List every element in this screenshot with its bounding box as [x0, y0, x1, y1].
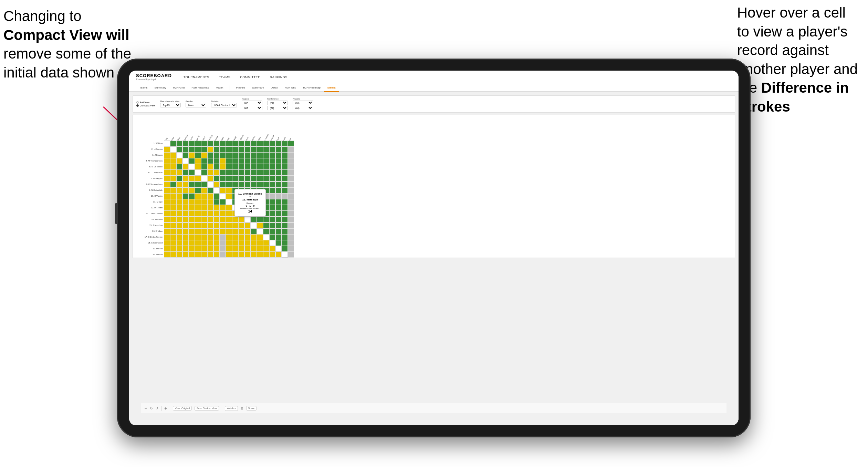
tab-teams[interactable]: Teams: [136, 84, 151, 92]
zoom-icon[interactable]: ⊕: [164, 407, 167, 410]
matrix-cell-9-8[interactable]: [213, 193, 220, 199]
matrix-cell-13-18[interactable]: [275, 217, 282, 222]
matrix-cell-13-5[interactable]: [195, 217, 201, 222]
matrix-cell-7-13[interactable]: [244, 181, 251, 187]
matrix-cell-0-20[interactable]: [288, 141, 294, 146]
tab-h2h-heatmap-1[interactable]: H2H Heatmap: [188, 84, 212, 92]
matrix-cell-3-17[interactable]: [269, 158, 275, 164]
matrix-cell-16-20[interactable]: [288, 234, 294, 240]
matrix-cell-3-18[interactable]: [275, 158, 282, 164]
matrix-cell-15-0[interactable]: [164, 228, 170, 234]
matrix-cell-11-0[interactable]: [164, 205, 170, 211]
matrix-cell-19-16[interactable]: [263, 252, 269, 258]
matrix-cell-10-20[interactable]: [288, 199, 294, 205]
matrix-cell-4-12[interactable]: [238, 164, 244, 170]
matrix-cell-2-3[interactable]: [182, 152, 189, 158]
matrix-cell-19-6[interactable]: [201, 252, 207, 258]
matrix-cell-18-6[interactable]: [201, 246, 207, 252]
matrix-cell-10-4[interactable]: [189, 199, 195, 205]
matrix-cell-9-20[interactable]: [288, 193, 294, 199]
matrix-cell-18-15[interactable]: [257, 246, 263, 252]
matrix-cell-0-2[interactable]: [176, 141, 182, 146]
redo-icon[interactable]: ↻: [150, 407, 153, 410]
matrix-cell-10-0[interactable]: [164, 199, 170, 205]
matrix-cell-5-16[interactable]: [263, 170, 269, 176]
matrix-cell-14-6[interactable]: [201, 222, 207, 228]
matrix-cell-0-9[interactable]: [220, 141, 226, 146]
matrix-cell-19-20[interactable]: [288, 252, 294, 258]
matrix-cell-2-14[interactable]: [251, 152, 257, 158]
matrix-cell-0-12[interactable]: [238, 141, 244, 146]
matrix-cell-10-10[interactable]: [226, 199, 232, 205]
matrix-cell-7-12[interactable]: [238, 181, 244, 187]
matrix-cell-0-0[interactable]: [164, 141, 170, 146]
matrix-cell-0-11[interactable]: [232, 141, 238, 146]
matrix-cell-1-11[interactable]: [232, 146, 238, 152]
matrix-cell-19-12[interactable]: [238, 252, 244, 258]
matrix-cell-6-19[interactable]: [282, 176, 288, 181]
matrix-cell-4-9[interactable]: [220, 164, 226, 170]
matrix-cell-19-7[interactable]: [207, 252, 213, 258]
matrix-cell-19-0[interactable]: [164, 252, 170, 258]
matrix-cell-13-8[interactable]: [213, 217, 220, 222]
matrix-cell-3-16[interactable]: [263, 158, 269, 164]
matrix-cell-17-16[interactable]: [263, 240, 269, 246]
matrix-cell-2-11[interactable]: [232, 152, 238, 158]
matrix-cell-1-2[interactable]: [176, 146, 182, 152]
matrix-cell-6-0[interactable]: [164, 176, 170, 181]
tab-matrix-2[interactable]: Matrix: [324, 84, 339, 92]
matrix-cell-18-0[interactable]: [164, 246, 170, 252]
max-players-select[interactable]: Top 25: [160, 103, 181, 107]
matrix-cell-12-7[interactable]: [207, 211, 213, 217]
matrix-cell-3-3[interactable]: [182, 158, 189, 164]
matrix-cell-1-14[interactable]: [251, 146, 257, 152]
matrix-cell-17-2[interactable]: [176, 240, 182, 246]
matrix-cell-18-4[interactable]: [189, 246, 195, 252]
matrix-cell-17-0[interactable]: [164, 240, 170, 246]
matrix-cell-14-9[interactable]: [220, 222, 226, 228]
share-btn[interactable]: Share: [246, 406, 257, 411]
matrix-cell-7-6[interactable]: [201, 181, 207, 187]
matrix-cell-5-6[interactable]: [201, 170, 207, 176]
matrix-cell-5-17[interactable]: [269, 170, 275, 176]
matrix-cell-5-9[interactable]: [220, 170, 226, 176]
matrix-cell-0-16[interactable]: [263, 141, 269, 146]
matrix-cell-2-0[interactable]: [164, 152, 170, 158]
matrix-cell-7-0[interactable]: [164, 181, 170, 187]
radio-full-view[interactable]: [136, 101, 139, 104]
matrix-cell-6-6[interactable]: [201, 176, 207, 181]
matrix-cell-17-14[interactable]: [251, 240, 257, 246]
matrix-cell-17-13[interactable]: [244, 240, 251, 246]
matrix-cell-12-6[interactable]: [201, 211, 207, 217]
matrix-cell-0-13[interactable]: [244, 141, 251, 146]
matrix-cell-8-7[interactable]: [207, 187, 213, 193]
matrix-cell-17-17[interactable]: [269, 240, 275, 246]
matrix-cell-13-17[interactable]: [269, 217, 275, 222]
conference-select-2[interactable]: (All): [267, 106, 288, 110]
matrix-cell-13-20[interactable]: [288, 217, 294, 222]
matrix-cell-7-16[interactable]: [263, 181, 269, 187]
matrix-cell-16-13[interactable]: [244, 234, 251, 240]
nav-rankings[interactable]: RANKINGS: [269, 75, 289, 80]
matrix-cell-14-8[interactable]: [213, 222, 220, 228]
matrix-cell-9-0[interactable]: [164, 193, 170, 199]
matrix-cell-13-2[interactable]: [176, 217, 182, 222]
matrix-cell-1-19[interactable]: [282, 146, 288, 152]
matrix-cell-10-6[interactable]: [201, 199, 207, 205]
matrix-cell-18-13[interactable]: [244, 246, 251, 252]
matrix-cell-8-18[interactable]: [275, 187, 282, 193]
matrix-cell-9-6[interactable]: [201, 193, 207, 199]
matrix-cell-14-18[interactable]: [275, 222, 282, 228]
matrix-cell-16-2[interactable]: [176, 234, 182, 240]
matrix-cell-10-9[interactable]: [220, 199, 226, 205]
matrix-cell-4-10[interactable]: [226, 164, 232, 170]
matrix-cell-19-10[interactable]: [226, 252, 232, 258]
matrix-cell-14-1[interactable]: [170, 222, 176, 228]
matrix-cell-2-17[interactable]: [269, 152, 275, 158]
matrix-cell-18-2[interactable]: [176, 246, 182, 252]
matrix-cell-18-7[interactable]: [207, 246, 213, 252]
matrix-cell-7-19[interactable]: [282, 181, 288, 187]
matrix-cell-16-17[interactable]: [269, 234, 275, 240]
matrix-cell-16-0[interactable]: [164, 234, 170, 240]
matrix-cell-9-18[interactable]: [275, 193, 282, 199]
